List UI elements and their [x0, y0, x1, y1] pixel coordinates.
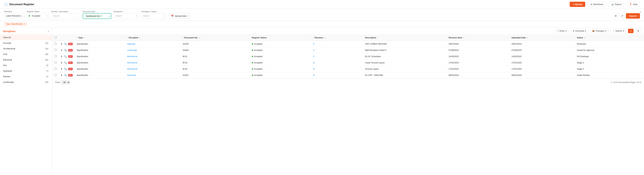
table-footer: Show 10 25 50 1 - 6 of 6 documents (Page… [52, 78, 644, 86]
revision-link[interactable]: C [313, 55, 315, 58]
revisions-select[interactable]: Latest Revisions ▾ [4, 13, 24, 19]
active-filter-specification[interactable]: Type: Specification × [4, 22, 27, 26]
sidebar-item-fire[interactable]: Fire5 [0, 63, 52, 68]
sidebar-item-landscape[interactable]: Landscape15 [0, 79, 52, 85]
row-checkbox-cell [52, 41, 58, 47]
download-row-icon[interactable]: ⬇ [61, 61, 63, 64]
col-regstatus-header[interactable]: Register Status [250, 35, 311, 41]
row-checkbox-3[interactable] [54, 61, 56, 64]
filter-settings-button[interactable]: ⚙ [613, 13, 618, 19]
row-discipline[interactable]: Mechanical [125, 60, 181, 66]
share-button[interactable]: ↗ Share ▾ [555, 29, 569, 33]
col-revision-header[interactable]: ↑ Revision ▾ [311, 35, 363, 41]
row-checkbox-5[interactable] [54, 74, 56, 76]
upload-date-select[interactable]: 📅 Upload date ▾ [169, 13, 191, 19]
row-revision[interactable]: C [311, 53, 363, 60]
number-desc-filter: Number / description [51, 11, 80, 19]
row-status: Issued for approval [575, 47, 644, 53]
search-row-icon[interactable]: 🔍 [64, 74, 67, 77]
docno-sort-icon: ▾ [199, 37, 200, 39]
row-regstatus: Accepted [250, 72, 311, 78]
row-discipline[interactable]: Mechanical [125, 53, 181, 60]
search-row-icon[interactable]: 🔍 [64, 68, 67, 70]
doc-type-select[interactable]: Specification (6) × ▾ [82, 13, 111, 19]
doc-type-tag[interactable]: Specification (6) × [84, 15, 103, 18]
col-discipline-header[interactable]: ↑ Discipline ▾ [125, 35, 181, 41]
row-regstatus: Accepted [250, 60, 311, 66]
show-select-group: Show 10 25 50 [55, 80, 70, 84]
col-docno-header[interactable]: ↑ Document No. ▾ [181, 35, 250, 41]
row-revision[interactable]: B [311, 60, 363, 66]
row-discipline[interactable]: Mechanical [125, 66, 181, 72]
sidebar-item-kitchen[interactable]: Kitchen4 [0, 74, 52, 79]
sidebar-item-architectural[interactable]: Architectural13 [0, 46, 52, 51]
search-row-icon[interactable]: 🔍 [64, 55, 67, 58]
sidebar-item-civil[interactable]: Civil50 [0, 51, 52, 57]
main-content: Disciplines « View All Acoustic21Archite… [0, 27, 644, 175]
doc-type-tag-remove[interactable]: × [100, 15, 101, 17]
row-revision[interactable]: B [311, 66, 363, 72]
col-description-header[interactable]: Description [363, 35, 446, 41]
calendar-icon: 📅 [171, 15, 174, 17]
help-button[interactable]: ❓ Help [626, 2, 640, 7]
row-revision[interactable]: F [311, 41, 363, 47]
col-status-header[interactable]: Status ▾ [575, 35, 644, 41]
download-row-icon[interactable]: ⬇ [61, 43, 63, 45]
row-checkbox-0[interactable] [54, 43, 56, 45]
revision-link[interactable]: B [313, 68, 314, 70]
search-row-icon[interactable]: 🔍 [64, 61, 67, 64]
sidebar-item-view-all[interactable]: View All [0, 35, 52, 40]
download-row-icon[interactable]: ⬇ [61, 68, 63, 70]
upload-button[interactable]: + Upload [570, 2, 585, 7]
row-revdate: 29/07/2024 [446, 41, 510, 47]
row-revision[interactable]: D [311, 72, 363, 78]
packages-filter: Packages / Labels Search ▾ [141, 11, 167, 19]
discipline-sort-icon: ▾ [139, 37, 140, 39]
download-button[interactable]: ⬇ Download ▾ [570, 29, 588, 33]
revision-link[interactable]: B [313, 62, 314, 64]
row-actions-cell: ⬇ 🔍 PDF [58, 53, 75, 60]
download-row-icon[interactable]: ⬇ [61, 74, 63, 77]
workflows-button[interactable]: ⇄ Workflows [588, 2, 606, 7]
active-filter-remove-icon[interactable]: × [24, 23, 25, 25]
sidebar-item-electrical[interactable]: Electrical61 [0, 57, 52, 63]
list-view-button[interactable]: ≡ [628, 29, 634, 33]
grid-view-button[interactable]: ⊞ [635, 29, 641, 33]
col-update-header[interactable]: Uploaded Date ▾ [510, 35, 575, 41]
col-type-header[interactable]: ↑ Type ▾ [75, 35, 125, 41]
options-button[interactable]: ⋮ Options ▾ [610, 29, 626, 33]
download-row-icon[interactable]: ⬇ [61, 49, 63, 52]
row-revision[interactable]: 3 [311, 47, 363, 53]
packages-button[interactable]: 📦 Packages ▾ [590, 29, 608, 33]
register-status-select[interactable]: Accepted ▾ [27, 13, 49, 19]
search-row-icon[interactable]: 🔍 [64, 43, 67, 45]
sidebar-collapse-button[interactable]: « [48, 30, 49, 33]
packages-select[interactable]: Search ▾ [141, 13, 167, 19]
revdate-sort-icon: ▾ [463, 37, 464, 39]
report-button[interactable]: 📊 Report [608, 2, 624, 7]
row-checkbox-2[interactable] [54, 55, 56, 57]
report-icon: 📊 [611, 3, 614, 6]
row-checkbox-4[interactable] [54, 68, 56, 70]
filter-collapse-button[interactable]: ∧ [640, 11, 641, 14]
sidebar-item-acoustic[interactable]: Acoustic21 [0, 40, 52, 46]
disciplines-select[interactable]: Search ▾ [114, 13, 139, 19]
row-discipline[interactable]: Landscape [125, 47, 181, 53]
sidebar-item-hydraulic[interactable]: Hydraulic7 [0, 68, 52, 74]
col-revdate-header[interactable]: Revision Date ▾ [446, 35, 510, 41]
revision-link[interactable]: 3 [313, 49, 314, 51]
filter-refresh-button[interactable]: ↺ [620, 13, 625, 19]
search-button[interactable]: Search [626, 13, 640, 19]
revision-link[interactable]: F [313, 43, 314, 45]
select-all-checkbox[interactable] [54, 36, 56, 39]
row-discipline[interactable]: Hydraulic [125, 41, 181, 47]
show-count-select[interactable]: 10 25 50 [61, 80, 70, 84]
download-row-icon[interactable]: ⬇ [61, 55, 63, 58]
row-discipline[interactable]: Structural [125, 72, 181, 78]
revision-link[interactable]: D [313, 74, 315, 76]
revisions-label: Revisions [4, 11, 24, 13]
search-row-icon[interactable]: 🔍 [64, 49, 67, 52]
row-revdate: 08/02/2024 [446, 72, 510, 78]
number-desc-input[interactable] [53, 15, 78, 17]
row-checkbox-1[interactable] [54, 49, 56, 51]
